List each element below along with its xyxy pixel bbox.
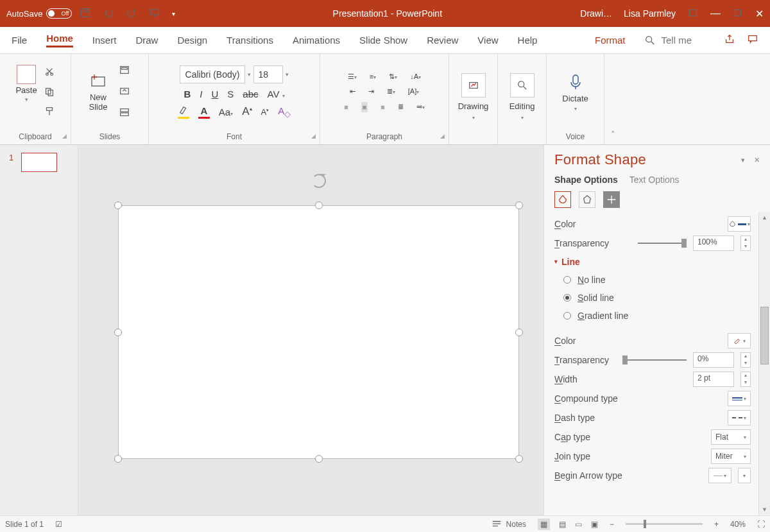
clipboard-launcher-icon[interactable]: ◢ [62,133,67,139]
effects-tab-icon[interactable] [579,191,595,208]
line-transparency-spinner[interactable]: ▲▼ [740,352,751,368]
tab-draw[interactable]: Draw [135,35,158,46]
zoom-slider[interactable] [626,523,703,525]
resize-handle-mr[interactable] [515,329,523,336]
size-properties-tab-icon[interactable] [603,191,620,208]
align-center-button[interactable]: ≡ [361,102,368,112]
text-shadow-button[interactable]: S [227,89,234,99]
resize-handle-bl[interactable] [114,455,122,463]
font-color-button[interactable]: A [198,105,210,119]
clear-formatting-button[interactable]: A◇ [278,105,291,119]
pane-menu-icon[interactable]: ▾ [741,156,745,164]
maximize-icon[interactable] [732,7,744,21]
shape-options-tab[interactable]: Shape Options [554,175,618,185]
selected-shape[interactable] [118,205,519,459]
slide-thumbnail-pane[interactable]: 1 [0,145,78,515]
font-size-combo[interactable]: 18 [253,65,283,83]
resize-handle-tr[interactable] [515,202,523,209]
scroll-thumb[interactable] [760,307,769,365]
change-case-button[interactable]: Aa▾ [219,107,233,117]
tab-home[interactable]: Home [46,33,73,47]
tab-view[interactable]: View [477,35,498,46]
minimize-icon[interactable]: — [710,8,721,19]
line-width-spinner[interactable]: ▲▼ [740,372,751,387]
normal-view-icon[interactable]: ▦ [538,519,550,530]
fill-transparency-slider[interactable] [638,242,687,245]
tab-review[interactable]: Review [427,35,458,46]
paste-dropdown-icon[interactable]: ▾ [25,96,28,103]
bold-button[interactable]: B [184,89,191,99]
justify-button[interactable]: ≣ [398,103,404,111]
fit-to-window-icon[interactable]: ⛶ [757,520,765,529]
cut-icon[interactable] [44,66,55,80]
save-icon[interactable] [80,7,91,21]
resize-handle-br[interactable] [515,455,523,463]
tab-transitions[interactable]: Transitions [227,35,273,46]
drawing-button[interactable] [461,73,486,98]
ribbon-display-icon[interactable] [687,7,699,21]
notes-button[interactable]: Notes [491,519,526,530]
sort-button[interactable]: ↓A▾ [410,73,421,80]
italic-button[interactable]: I [200,89,202,99]
resize-handle-tl[interactable] [114,202,122,209]
format-painter-icon[interactable] [44,106,55,119]
slide-canvas[interactable] [78,145,543,515]
font-name-dropdown-icon[interactable]: ▾ [248,71,251,78]
align-right-button[interactable]: ≡ [381,103,384,111]
slide-indicator[interactable]: Slide 1 of 1 [5,520,44,529]
drawing-dropdown-icon[interactable]: ▾ [472,115,475,121]
font-size-dropdown-icon[interactable]: ▾ [286,71,289,78]
font-name-combo[interactable]: Calibri (Body) [180,65,246,83]
bullets-button[interactable]: ☰▾ [348,73,357,81]
editing-button[interactable] [510,73,535,98]
section-icon[interactable] [119,107,130,120]
redo-icon[interactable] [126,7,137,21]
decrease-indent-button[interactable]: ⇤ [350,87,355,96]
resize-handle-ml[interactable] [114,329,122,336]
tab-insert[interactable]: Insert [92,35,117,46]
begin-arrow-size-combo[interactable]: ▾ [738,468,751,483]
increase-indent-button[interactable]: ⇥ [368,87,374,96]
zoom-out-icon[interactable]: − [610,520,614,529]
radio-solid-line[interactable]: Solid line [554,289,766,307]
tab-animations[interactable]: Animations [293,35,340,46]
fill-transparency-value[interactable]: 100% [693,236,734,251]
strikethrough-button[interactable]: abc [243,89,258,99]
begin-arrow-combo[interactable]: ▾ [708,468,732,483]
reading-view-icon[interactable]: ▭ [575,520,582,529]
line-color-picker[interactable]: ▾ [728,333,751,348]
scroll-up-icon[interactable]: ▲ [759,212,770,223]
qat-more-icon[interactable]: ▾ [172,10,175,17]
join-type-combo[interactable]: Miter▾ [711,449,751,464]
fill-transparency-spinner[interactable]: ▲▼ [740,236,751,251]
paragraph-launcher-icon[interactable]: ◢ [440,133,445,139]
dictate-label[interactable]: Dictate [562,94,588,103]
user-name[interactable]: Lisa Parmley [624,8,676,19]
line-width-value[interactable]: 2 pt [693,372,734,387]
copy-icon[interactable] [44,86,55,99]
new-slide-button[interactable]: New Slide [89,73,108,112]
radio-no-line[interactable]: No line [554,271,766,289]
compound-type-combo[interactable]: ▾ [728,391,751,406]
line-spacing-button[interactable]: ⇅▾ [389,73,397,81]
share-icon[interactable] [724,33,735,47]
zoom-in-icon[interactable]: + [714,520,719,529]
underline-button[interactable]: U [211,89,218,99]
comments-icon[interactable] [747,33,758,47]
text-direction-button[interactable]: [A]▾ [408,87,419,95]
resize-handle-bm[interactable] [315,455,323,463]
layout-icon[interactable] [119,64,130,78]
pane-scrollbar[interactable]: ▲ ▼ [758,212,770,515]
text-options-tab[interactable]: Text Options [629,175,680,185]
tab-slideshow[interactable]: Slide Show [359,35,407,46]
rotate-handle-icon[interactable] [312,174,326,188]
dictate-dropdown-icon[interactable]: ▾ [574,106,577,112]
dash-type-combo[interactable]: ▾ [728,410,751,425]
line-transparency-value[interactable]: 0% [693,352,734,368]
fill-color-picker[interactable]: ▾ [728,216,751,232]
reset-slide-icon[interactable] [119,85,130,99]
tell-me-search[interactable]: Tell me [644,35,692,46]
editing-dropdown-icon[interactable]: ▾ [521,115,524,121]
tab-file[interactable]: File [12,35,27,46]
scroll-down-icon[interactable]: ▼ [759,504,770,515]
